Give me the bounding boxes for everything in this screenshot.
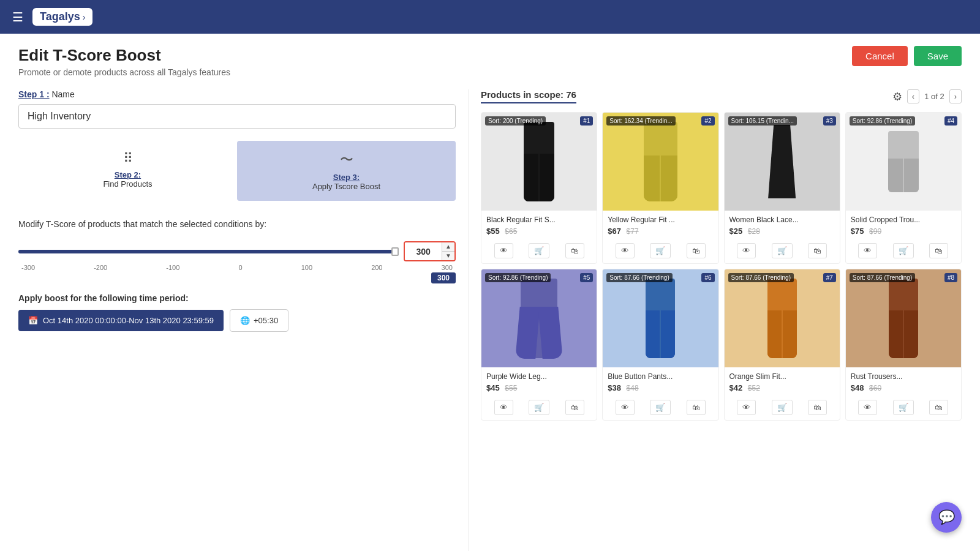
product-actions: 👁 🛒 🛍 — [846, 397, 961, 420]
cart-button[interactable]: 🛒 — [893, 243, 914, 258]
cart-button[interactable]: 🛒 — [529, 400, 549, 415]
slider-up-button[interactable]: ▲ — [442, 242, 454, 252]
calendar-icon: 📅 — [28, 316, 38, 325]
name-input[interactable] — [18, 104, 456, 129]
product-price: $75 $90 — [851, 227, 956, 236]
next-page-button[interactable]: › — [949, 89, 962, 103]
original-price: $60 — [869, 384, 881, 392]
slider-value-input[interactable] — [405, 242, 442, 260]
step2-title: Step 2: — [115, 170, 141, 179]
view-button[interactable]: 👁 — [616, 400, 635, 415]
product-name: Purple Wide Leg... — [486, 372, 592, 381]
cart-button[interactable]: 🛒 — [772, 400, 793, 415]
product-price: $42 $52 — [729, 383, 835, 392]
view-button[interactable]: 👁 — [858, 243, 877, 258]
rank-badge: #4 — [944, 116, 957, 126]
tab-step3[interactable]: 〜 Step 3: Apply Tscore Boost — [237, 141, 456, 201]
step1-name: Name — [51, 89, 74, 99]
view-button[interactable]: 👁 — [737, 400, 756, 415]
original-price: $48 — [627, 384, 639, 392]
tick-minus200: -200 — [94, 264, 107, 271]
products-scope: Products in scope: 76 — [481, 89, 576, 103]
cart-button[interactable]: 🛒 — [650, 400, 671, 415]
product-image: Sort: 92.86 (Trending) #5 — [481, 269, 597, 367]
title-buttons: Cancel Save — [852, 46, 962, 66]
product-info: Women Black Lace... $25 $28 — [725, 211, 840, 241]
hamburger-menu[interactable]: ☰ — [12, 10, 23, 24]
add-button[interactable]: 🛍 — [565, 400, 584, 415]
original-price: $55 — [505, 384, 517, 392]
time-period-label: Apply boost for the following time perio… — [18, 293, 456, 303]
sort-badge: Sort: 87.66 (Trending) — [850, 273, 915, 282]
boost-description: Modify T-Score of products that match th… — [18, 219, 456, 229]
product-actions: 👁 🛒 🛍 — [725, 397, 840, 420]
save-button[interactable]: Save — [914, 46, 962, 66]
add-button[interactable]: 🛍 — [687, 400, 706, 415]
product-price: $55 $65 — [486, 227, 592, 236]
tick-100: 100 — [301, 264, 312, 271]
add-button[interactable]: 🛍 — [808, 400, 827, 415]
tab-step2[interactable]: ⠿ Step 2: Find Products — [18, 141, 237, 201]
timezone-button[interactable]: 🌐 +05:30 — [230, 309, 288, 332]
page-title: Edit T-Score Boost — [18, 46, 230, 65]
product-actions: 👁 🛒 🛍 — [846, 241, 961, 263]
date-range-button[interactable]: 📅 Oct 14th 2020 00:00:00-Nov 13th 2020 2… — [18, 310, 224, 331]
logo-chevron: › — [83, 12, 86, 22]
date-range-text: Oct 14th 2020 00:00:00-Nov 13th 2020 23:… — [43, 316, 214, 325]
cart-button[interactable]: 🛒 — [529, 243, 549, 258]
cart-button[interactable]: 🛒 — [772, 243, 793, 258]
original-price: $65 — [505, 227, 517, 236]
product-card: Sort: 162.34 (Trendin... #2 Yellow Regul… — [602, 112, 718, 264]
view-button[interactable]: 👁 — [494, 243, 513, 258]
page-title-area: Edit T-Score Boost Promote or demote pro… — [18, 46, 962, 77]
cancel-button[interactable]: Cancel — [852, 46, 908, 66]
logo[interactable]: Tagalys › — [32, 8, 92, 26]
view-button[interactable]: 👁 — [616, 243, 635, 258]
product-image: Sort: 87.66 (Trending) #6 — [603, 269, 718, 367]
chat-bubble[interactable]: 💬 — [931, 502, 962, 533]
step2-subtitle: Find Products — [103, 179, 152, 189]
slider-down-button[interactable]: ▼ — [442, 252, 454, 260]
product-image: Sort: 87.66 (Trending) #7 — [725, 269, 840, 367]
prev-page-button[interactable]: ‹ — [907, 89, 919, 103]
view-button[interactable]: 👁 — [858, 400, 877, 415]
add-button[interactable]: 🛍 — [929, 400, 948, 415]
cart-button[interactable]: 🛒 — [893, 400, 914, 415]
cart-button[interactable]: 🛒 — [650, 243, 671, 258]
rank-badge: #8 — [944, 273, 957, 282]
product-info: Yellow Regular Fit ... $67 $77 — [603, 211, 718, 241]
left-panel: Step 1 : Name ⠿ Step 2: Find Products 〜 … — [18, 89, 469, 551]
product-image: Sort: 92.86 (Trending) #4 — [846, 113, 961, 211]
add-button[interactable]: 🛍 — [808, 243, 827, 258]
product-price: $25 $28 — [729, 227, 835, 236]
page-subtitle: Promote or demote products across all Ta… — [18, 67, 230, 77]
product-image: Sort: 106.15 (Trendin... #3 — [725, 113, 840, 211]
rank-badge: #2 — [701, 116, 714, 126]
product-name: Black Regular Fit S... — [486, 216, 592, 224]
view-button[interactable]: 👁 — [737, 243, 756, 258]
add-button[interactable]: 🛍 — [565, 243, 584, 258]
grid-icon: ⠿ — [123, 151, 133, 167]
add-button[interactable]: 🛍 — [687, 243, 706, 258]
product-card: Sort: 87.66 (Trending) #6 Blue Button Pa… — [602, 269, 718, 421]
product-name: Rust Trousers... — [851, 372, 956, 381]
page-info: 1 of 2 — [924, 92, 944, 101]
tick-mark-area: -300 -200 -100 0 100 200 300 — [18, 264, 456, 271]
rank-badge: #3 — [823, 116, 836, 126]
step1-link[interactable]: Step 1 : — [18, 89, 50, 99]
product-name: Solid Cropped Trou... — [851, 216, 956, 224]
slider-input-box[interactable]: ▲ ▼ — [404, 241, 456, 261]
gear-icon[interactable]: ⚙ — [892, 90, 902, 103]
timezone-text: +05:30 — [254, 316, 278, 325]
slider-arrows: ▲ ▼ — [442, 242, 454, 260]
rank-badge: #5 — [580, 273, 593, 282]
product-actions: 👁 🛒 🛍 — [603, 397, 718, 420]
sort-badge: Sort: 92.86 (Trending) — [485, 273, 551, 282]
original-price: $28 — [748, 227, 760, 236]
page-content: Edit T-Score Boost Promote or demote pro… — [0, 34, 980, 551]
add-button[interactable]: 🛍 — [929, 243, 948, 258]
product-info: Blue Button Pants... $38 $48 — [603, 367, 718, 397]
sort-badge: Sort: 87.66 (Trending) — [728, 273, 794, 282]
view-button[interactable]: 👁 — [494, 400, 513, 415]
product-info: Rust Trousers... $48 $60 — [846, 367, 961, 397]
